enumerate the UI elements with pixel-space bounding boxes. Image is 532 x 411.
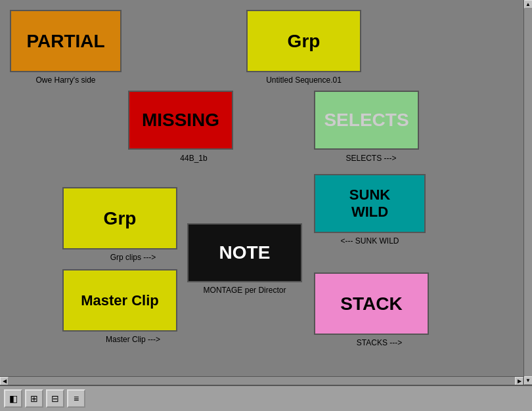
toolbar: ◧ ⊞ ⊟ ≡ [0, 385, 532, 411]
scroll-h-track[interactable] [9, 377, 515, 385]
clip-note[interactable]: NOTE [187, 223, 302, 282]
toolbar-btn-4[interactable]: ≡ [67, 389, 85, 408]
horizontal-scrollbar: ◀ ▶ [0, 376, 523, 385]
clip-label-sunk-wild: SUNK WILD [349, 186, 390, 221]
scroll-v-track[interactable] [524, 9, 533, 376]
clip-sublabel-missing: 44B_1b [141, 154, 246, 163]
clip-grp-mid[interactable]: Grp [62, 187, 177, 249]
clip-label-selects: SELECTS [324, 110, 409, 131]
clip-grp-top[interactable]: Grp [246, 10, 361, 72]
clip-sublabel-grp-top: Untitled Sequence.01 [246, 76, 361, 85]
clip-sublabel-note: MONTAGE per Director [187, 286, 302, 295]
clip-missing[interactable]: MISSING [128, 91, 233, 150]
clip-sublabel-sunk-wild: <--- SUNK WILD [314, 236, 426, 246]
clip-sublabel-stack: STACKS ---> [322, 338, 437, 347]
toolbar-btn-3[interactable]: ⊟ [46, 389, 64, 408]
scroll-right-arrow[interactable]: ▶ [515, 377, 523, 385]
scroll-down-arrow[interactable]: ▼ [524, 376, 533, 385]
clip-label-note: NOTE [219, 242, 271, 263]
clip-label-grp-mid: Grp [104, 208, 137, 229]
clip-selects[interactable]: SELECTS [314, 91, 419, 150]
toolbar-icon-1: ◧ [9, 393, 18, 404]
toolbar-btn-2[interactable]: ⊞ [25, 389, 43, 408]
clip-label-partial: PARTIAL [26, 31, 104, 52]
clip-sublabel-master-clip: Master Clip ---> [76, 335, 190, 344]
clip-label-stack: STACK [340, 293, 402, 314]
clip-label-grp-top: Grp [288, 31, 321, 52]
clip-partial[interactable]: PARTIAL [10, 10, 122, 72]
vertical-scrollbar: ▲ ▼ [523, 0, 532, 385]
clip-sunk-wild[interactable]: SUNK WILD [314, 174, 426, 233]
clip-sublabel-partial: Owe Harry's side [10, 76, 122, 85]
clip-sublabel-selects: SELECTS ---> [319, 154, 424, 163]
toolbar-icon-4: ≡ [74, 393, 79, 404]
clip-label-missing: MISSING [142, 110, 219, 131]
toolbar-icon-2: ⊞ [30, 393, 38, 404]
clip-master-clip[interactable]: Master Clip [62, 269, 177, 332]
toolbar-btn-1[interactable]: ◧ [4, 389, 22, 408]
clip-label-master-clip: Master Clip [81, 292, 159, 309]
toolbar-icon-3: ⊟ [51, 393, 59, 404]
scroll-up-arrow[interactable]: ▲ [524, 0, 533, 9]
clip-stack[interactable]: STACK [314, 272, 429, 335]
canvas-area: PARTIALOwe Harry's sideGrpUntitled Seque… [0, 0, 523, 385]
scroll-left-arrow[interactable]: ◀ [0, 377, 9, 385]
clip-sublabel-grp-mid: Grp clips ---> [76, 253, 190, 262]
